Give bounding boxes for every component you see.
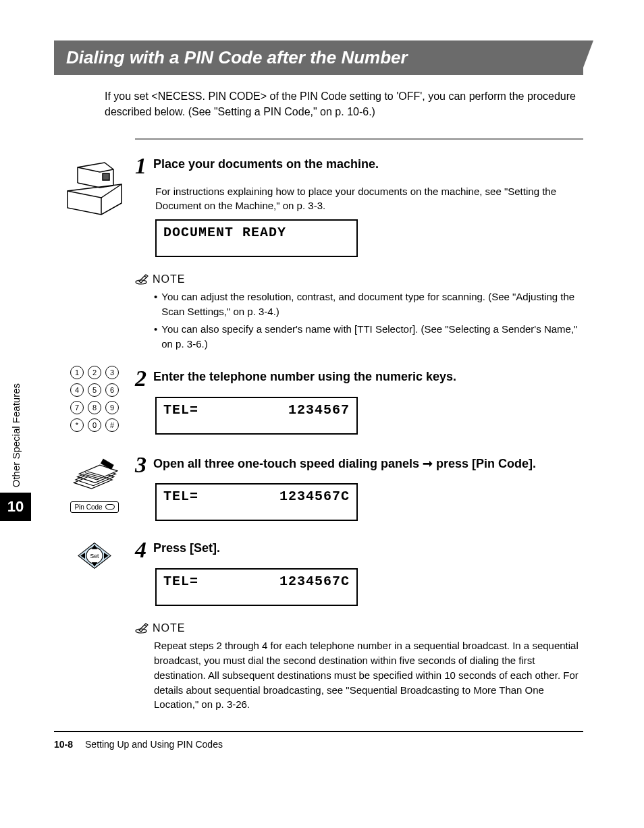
lcd-display: TEL= 1234567C (155, 483, 358, 521)
note-item: •You can adjust the resolution, contrast… (154, 289, 583, 319)
chapter-number: 10 (0, 493, 31, 521)
key-hash: # (105, 418, 119, 432)
note-block-2: NOTE Repeat steps 2 through 4 for each t… (135, 622, 583, 712)
key-6: 6 (105, 383, 119, 397)
pencil-icon (135, 274, 149, 285)
lcd-right: 1234567C (279, 489, 350, 504)
step-number: 1 (135, 155, 146, 177)
step-number: 2 (135, 367, 146, 390)
step-2: 123 456 789 *0# 2 Enter the telephone nu… (54, 366, 583, 436)
section-heading: Dialing with a PIN Code after the Number (54, 40, 583, 75)
svg-point-1 (136, 280, 146, 284)
note-label: NOTE (153, 273, 185, 285)
key-1: 1 (70, 366, 84, 379)
lcd-left: TEL= (163, 489, 198, 504)
note-text: Repeat steps 2 through 4 for each teleph… (154, 638, 583, 712)
note-text: You can also specify a sender's name wit… (161, 322, 583, 352)
svg-point-6 (136, 629, 146, 633)
lcd-left: DOCUMENT READY (163, 225, 286, 240)
pin-code-button-icon: Pin Code (70, 501, 118, 513)
intro-text: If you set <NECESS. PIN CODE> of the PIN… (105, 88, 576, 119)
step-title: Press [Set]. (153, 541, 220, 555)
note-label: NOTE (153, 622, 185, 634)
step-title-suffix: press [Pin Code]. (433, 457, 536, 470)
panel-icon (71, 456, 118, 492)
step-title: Place your documents on the machine. (153, 157, 379, 171)
printer-icon (61, 157, 128, 218)
step-title-prefix: Open all three one-touch speed dialing p… (153, 457, 423, 470)
key-4: 4 (70, 383, 84, 397)
key-star: * (70, 418, 84, 432)
step-number: 4 (135, 539, 146, 561)
lcd-display: DOCUMENT READY (155, 219, 358, 257)
step-4: Set 4 Press [Set]. TEL= 1234567C (54, 537, 583, 606)
step-title: Open all three one-touch speed dialing p… (153, 456, 536, 471)
footer-section: Setting Up and Using PIN Codes (85, 739, 223, 750)
pin-code-label: Pin Code (74, 503, 102, 511)
key-7: 7 (70, 401, 84, 414)
keypad-icon: 123 456 789 *0# (70, 366, 119, 436)
side-tab-label: Other Special Features (7, 378, 24, 493)
lcd-display: TEL= 1234567 (155, 397, 358, 435)
lcd-left: TEL= (163, 402, 198, 418)
page-footer: 10-8 Setting Up and Using PIN Codes (54, 739, 583, 750)
svg-rect-0 (103, 173, 109, 180)
arrow-right-icon: ➞ (423, 457, 433, 470)
note-block-1: NOTE •You can adjust the resolution, con… (135, 273, 583, 351)
pencil-icon (135, 623, 149, 634)
page-number: 10-8 (54, 739, 73, 750)
key-3: 3 (105, 366, 119, 379)
step-description: For instructions explaining how to place… (155, 184, 583, 213)
step-1: 1 Place your documents on the machine. F… (54, 153, 583, 257)
step-3: Pin Code 3 Open all three one-touch spee… (54, 452, 583, 521)
note-item: •You can also specify a sender's name wi… (154, 322, 583, 352)
note-text: You can adjust the resolution, contrast,… (161, 289, 583, 319)
key-0: 0 (88, 418, 101, 432)
step-title: Enter the telephone number using the num… (153, 370, 456, 384)
divider (135, 138, 583, 140)
lcd-right: 1234567 (288, 402, 350, 418)
key-9: 9 (105, 401, 119, 414)
key-8: 8 (88, 401, 101, 414)
side-tab: Other Special Features 10 (0, 378, 31, 521)
lcd-left: TEL= (163, 574, 198, 589)
step-number: 3 (135, 453, 146, 476)
set-label: Set (90, 553, 99, 559)
key-2: 2 (88, 366, 101, 379)
lcd-right: 1234567C (279, 574, 350, 589)
key-5: 5 (88, 383, 101, 397)
lcd-display: TEL= 1234567C (155, 568, 358, 606)
set-button-icon: Set (74, 541, 115, 570)
footer-rule (54, 731, 583, 732)
pin-code-hole-icon (105, 504, 115, 509)
